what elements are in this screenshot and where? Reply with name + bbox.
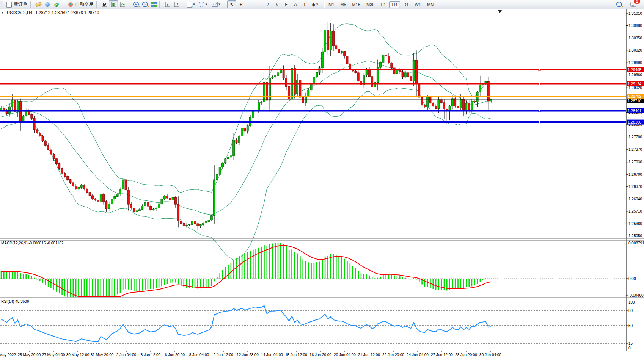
svg-text:16 Jun 20:00: 16 Jun 20:00 [309,353,331,357]
svg-text:1.25710: 1.25710 [628,209,642,213]
svg-text:25 May 20:00: 25 May 20:00 [18,353,41,357]
svg-text:-0.004601: -0.004601 [628,293,644,298]
bollinger-bands [1,24,491,260]
svg-text:1.27030: 1.27030 [628,160,642,164]
svg-text:1.30020: 1.30020 [628,48,642,52]
svg-text:1.26700: 1.26700 [628,172,642,177]
price-axis: 1.310101.306801.303501.300201.296901.293… [626,11,642,238]
svg-text:21 Jun 12:00: 21 Jun 12:00 [358,353,380,357]
svg-text:1.27700: 1.27700 [628,135,642,139]
svg-text:1.29495: 1.29495 [628,68,642,72]
svg-text:15: 15 [628,341,633,346]
rsi-indicator-label: RSI(14) 45.3506 [1,299,29,304]
price-tag-1.29495: 1.29495 [627,67,644,72]
svg-text:28 Jun 20:00: 28 Jun 20:00 [455,353,477,357]
svg-text:0: 0 [628,346,631,350]
svg-text:8 Jun 04:00: 8 Jun 04:00 [189,353,209,357]
svg-text:3 Jun 12:00: 3 Jun 12:00 [141,353,161,357]
svg-text:22 Jun 20:00: 22 Jun 20:00 [382,353,404,357]
svg-text:2 Jun 04:00: 2 Jun 04:00 [116,353,137,357]
svg-text:14 Jun 04:00: 14 Jun 04:00 [261,353,283,357]
macd-indicator-label: MACD(12,26,9) -0.000815 -0.001182 [1,241,63,245]
svg-text:1.30350: 1.30350 [628,36,642,40]
svg-text:31 May 20:00: 31 May 20:00 [91,353,114,357]
svg-text:1.29124: 1.29124 [628,82,642,86]
svg-text:80: 80 [628,308,633,313]
svg-text:1.28710: 1.28710 [628,99,642,103]
svg-text:50: 50 [628,324,633,328]
bollinger-upper-band [1,24,491,193]
svg-text:27 May 04:00: 27 May 04:00 [42,353,65,357]
svg-text:1.25380: 1.25380 [628,222,642,226]
svg-text:1.26370: 1.26370 [628,185,642,189]
price-tag-1.28100: 1.28100 [627,120,644,125]
price-tag-1.28401: 1.28401 [627,108,644,113]
svg-text:30 May 12:00: 30 May 12:00 [66,353,90,357]
shift-marker-icon [498,10,502,13]
price-tag-1.29124: 1.29124 [627,81,644,86]
svg-text:1.28401: 1.28401 [628,109,642,113]
svg-text:1.27370: 1.27370 [628,147,642,152]
price-chart[interactable]: 1.310101.306801.303501.300201.296901.293… [0,0,644,357]
svg-text:1.26040: 1.26040 [628,197,642,201]
macd-signal-line [1,245,491,297]
price-tag-1.28710: 1.28710 [627,99,644,103]
svg-text:6 Jun 20:00: 6 Jun 20:00 [165,353,185,357]
price-tag-1.28782: 1.28782 [627,94,644,99]
svg-text:1.28782: 1.28782 [628,94,642,99]
svg-text:15 Jun 12:00: 15 Jun 12:00 [285,353,307,357]
svg-text:24 Jun 04:00: 24 Jun 04:00 [407,353,429,357]
svg-text:1.25050: 1.25050 [628,234,642,238]
svg-text:20 Jun 04:00: 20 Jun 04:00 [334,353,356,357]
svg-text:0.00: 0.00 [628,277,636,281]
svg-text:1.28100: 1.28100 [628,120,642,124]
svg-text:1.29690: 1.29690 [628,61,642,65]
rsi-line [1,306,491,342]
svg-text:9 Jun 12:00: 9 Jun 12:00 [214,353,234,357]
svg-text:100: 100 [628,300,635,304]
svg-text:1.30680: 1.30680 [628,23,642,28]
bollinger-lower-band [1,88,491,260]
time-axis: 24 May 202225 May 20:0027 May 04:0030 Ma… [0,351,501,357]
svg-text:30 Jun 04:00: 30 Jun 04:00 [479,353,501,357]
svg-text:12 Jun 23:00: 12 Jun 23:00 [237,353,259,357]
svg-text:1.29360: 1.29360 [628,73,642,77]
svg-text:1.31010: 1.31010 [628,11,642,16]
rsi-panel: 1008050150 [0,300,635,350]
svg-text:24 May 2022: 24 May 2022 [0,353,16,357]
svg-text:27 Jun 12:00: 27 Jun 12:00 [431,353,453,357]
macd-panel: 0.0087910.00-0.004601 [0,241,644,298]
svg-text:0.008791: 0.008791 [628,241,644,245]
